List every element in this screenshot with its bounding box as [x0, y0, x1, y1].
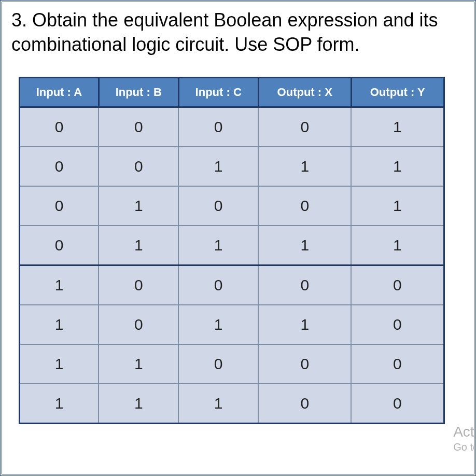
cell: 1 — [20, 305, 99, 344]
cell: 1 — [351, 226, 444, 265]
cell: 1 — [258, 147, 351, 186]
col-header-a: Input : A — [20, 77, 99, 107]
cell: 1 — [178, 305, 258, 344]
cell: 1 — [258, 226, 351, 265]
watermark-line2: Go to S — [453, 441, 476, 453]
cell: 0 — [99, 107, 178, 147]
col-header-x: Output : X — [258, 77, 351, 107]
cell: 1 — [20, 265, 99, 305]
cell: 0 — [20, 186, 99, 226]
cell: 1 — [178, 384, 258, 424]
col-header-y: Output : Y — [351, 77, 444, 107]
activation-watermark: Activ Go to S — [453, 423, 476, 453]
document-frame: 3. Obtain the equivalent Boolean express… — [0, 0, 476, 476]
table-row: 1 0 0 0 0 — [20, 265, 444, 305]
col-header-b: Input : B — [99, 77, 178, 107]
table-row: 0 1 1 1 1 — [20, 226, 444, 265]
cell: 1 — [20, 384, 99, 424]
cell: 0 — [99, 147, 178, 186]
cell: 0 — [258, 186, 351, 226]
cell: 1 — [351, 107, 444, 147]
cell: 0 — [20, 147, 99, 186]
question-text: 3. Obtain the equivalent Boolean express… — [11, 8, 465, 57]
cell: 1 — [258, 305, 351, 344]
cell: 0 — [258, 384, 351, 424]
cell: 0 — [178, 186, 258, 226]
watermark-line1: Activ — [453, 423, 476, 441]
cell: 1 — [99, 344, 178, 384]
cell: 0 — [258, 107, 351, 147]
cell: 0 — [178, 344, 258, 384]
table-row: 1 0 1 1 0 — [20, 305, 444, 344]
cell: 1 — [99, 186, 178, 226]
col-header-c: Input : C — [178, 77, 258, 107]
cell: 1 — [178, 147, 258, 186]
cell: 1 — [351, 147, 444, 186]
table-row: 0 0 1 1 1 — [20, 147, 444, 186]
cell: 0 — [351, 384, 444, 424]
cell: 0 — [20, 107, 99, 147]
cell: 1 — [99, 384, 178, 424]
cell: 0 — [258, 344, 351, 384]
cell: 0 — [351, 305, 444, 344]
cell: 0 — [99, 305, 178, 344]
cell: 1 — [351, 186, 444, 226]
cell: 1 — [178, 226, 258, 265]
cell: 0 — [178, 107, 258, 147]
cell: 0 — [258, 265, 351, 305]
cell: 0 — [178, 265, 258, 305]
cell: 0 — [351, 265, 444, 305]
table-row: 0 1 0 0 1 — [20, 186, 444, 226]
truth-table: Input : A Input : B Input : C Output : X… — [19, 77, 445, 424]
cell: 0 — [351, 344, 444, 384]
table-row: 1 1 0 0 0 — [20, 344, 444, 384]
table-header-row: Input : A Input : B Input : C Output : X… — [20, 77, 444, 107]
cell: 0 — [99, 265, 178, 305]
table-row: 0 0 0 0 1 — [20, 107, 444, 147]
table-row: 1 1 1 0 0 — [20, 384, 444, 424]
cell: 1 — [99, 226, 178, 265]
cell: 0 — [20, 226, 99, 265]
cell: 1 — [20, 344, 99, 384]
